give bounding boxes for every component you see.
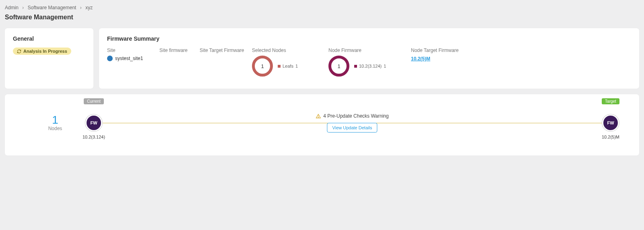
- label-node-fw: Node Firmware: [328, 48, 407, 53]
- legend-label: 10.2(3.124): [359, 64, 382, 68]
- status-text: Analysis In Progress: [23, 49, 67, 54]
- legend-swatch: [354, 65, 357, 68]
- nodes-label: Nodes: [25, 126, 85, 131]
- legend-nodefw: 10.2(3.124) 1: [354, 64, 386, 68]
- warning-text: 4 Pre-Update Checks Warning: [323, 113, 388, 119]
- legend-count: 1: [384, 64, 386, 68]
- badge-current: Current: [84, 98, 103, 104]
- donut-node-fw: 1: [328, 56, 349, 77]
- fw-dot-current: FW: [85, 114, 102, 131]
- legend-label: Leafs: [283, 64, 293, 68]
- legend-swatch: [278, 65, 281, 68]
- label-site-fw: Site firmware: [159, 48, 196, 53]
- node-target: Target FW 10.2(5)M: [602, 114, 619, 131]
- firmware-title: Firmware Summary: [107, 35, 631, 42]
- refresh-icon: [17, 49, 21, 54]
- label-site-target: Site Target Firmware: [200, 48, 248, 53]
- breadcrumb-sep: ›: [80, 5, 82, 10]
- donut-selected: 1: [252, 56, 273, 77]
- card-firmware-summary: Firmware Summary Site systest_site1 Site…: [99, 28, 639, 89]
- card-progress: 1 Nodes Current FW 10.2(3.124) 4 Pre-Upd…: [5, 94, 639, 155]
- general-title: General: [13, 35, 85, 42]
- status-badge: Analysis In Progress: [13, 48, 71, 55]
- globe-icon: [107, 56, 113, 61]
- warning-icon: [316, 114, 321, 119]
- progress-line: 4 Pre-Update Checks Warning View Update …: [102, 123, 602, 123]
- breadcrumb-admin[interactable]: Admin: [5, 5, 19, 10]
- card-general: General Analysis In Progress: [5, 28, 93, 89]
- view-update-details-button[interactable]: View Update Details: [327, 123, 378, 133]
- label-selected: Selected Nodes: [252, 48, 324, 53]
- breadcrumb: Admin › Software Management › xyz: [5, 5, 639, 10]
- version-target: 10.2(5)M: [602, 135, 619, 139]
- version-current: 10.2(3.124): [83, 135, 105, 139]
- node-target-link[interactable]: 10.2(5)M: [411, 56, 430, 62]
- node-current: Current FW 10.2(3.124): [85, 114, 102, 131]
- donut-nodefw-value: 1: [337, 63, 340, 69]
- warning-row: 4 Pre-Update Checks Warning: [312, 113, 392, 119]
- page-title: Software Management: [5, 14, 639, 21]
- badge-target: Target: [602, 98, 619, 104]
- label-site: Site: [107, 48, 155, 53]
- nodes-count: 1: [25, 114, 85, 126]
- breadcrumb-sep: ›: [22, 5, 24, 10]
- label-node-target: Node Target Firmware: [411, 48, 467, 53]
- breadcrumb-software[interactable]: Software Management: [28, 5, 76, 10]
- site-value: systest_site1: [115, 56, 143, 61]
- legend-count: 1: [295, 64, 298, 68]
- donut-selected-value: 1: [261, 63, 264, 69]
- legend-selected: Leafs 1: [278, 64, 298, 68]
- breadcrumb-current: xyz: [85, 5, 93, 10]
- fw-dot-target: FW: [602, 114, 619, 131]
- svg-point-1: [318, 117, 318, 117]
